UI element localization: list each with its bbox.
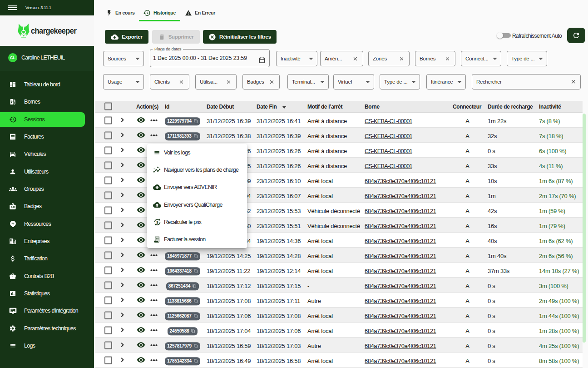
svg-text:$: $: [156, 220, 158, 224]
